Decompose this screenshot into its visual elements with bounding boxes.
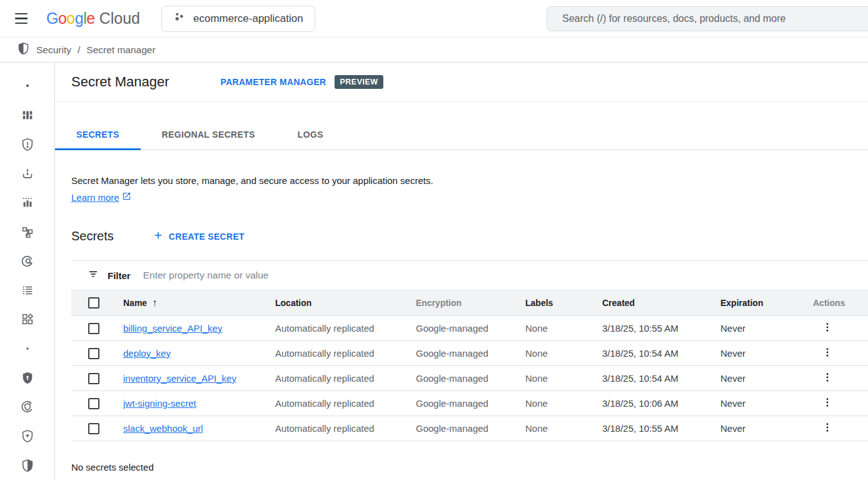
secrets-table-card: Filter Name↑ Location Encryption Labels … [71, 260, 868, 441]
selection-status-text: No secrets selected [71, 462, 868, 472]
breadcrumb-separator: / [78, 44, 80, 56]
cell-labels: None [525, 416, 602, 441]
cell-expiration: Never [720, 315, 813, 340]
hierarchy-icon[interactable] [13, 217, 43, 247]
cell-location: Automatically replicated [275, 340, 416, 365]
tab-logs[interactable]: LOGS [276, 120, 345, 150]
dot-icon[interactable] [13, 334, 43, 364]
tab-regional-secrets[interactable]: REGIONAL SECRETS [141, 120, 276, 150]
cell-labels: None [525, 315, 602, 340]
project-name: ecommerce-application [193, 13, 303, 25]
cell-labels: None [525, 365, 602, 391]
logo-letter: e [86, 9, 94, 28]
shield-lock-icon[interactable] [13, 363, 43, 392]
filter-icon [88, 268, 99, 282]
page-header: Secret Manager PARAMETER MANAGER PREVIEW [55, 63, 868, 102]
sort-ascending-icon[interactable]: ↑ [152, 297, 157, 308]
column-header-name[interactable]: Name [123, 298, 147, 308]
row-actions-menu-icon[interactable] [818, 396, 837, 411]
cell-location: Automatically replicated [275, 365, 416, 391]
shield-alert-icon[interactable] [13, 130, 43, 159]
select-all-checkbox[interactable] [88, 297, 99, 309]
secret-name-link[interactable]: deploy_key [123, 348, 171, 359]
filter-bar[interactable]: Filter [71, 261, 868, 290]
row-actions-menu-icon[interactable] [818, 421, 837, 436]
cell-expiration: Never [720, 365, 813, 391]
table-row: billing_service_API_key Automatically re… [71, 315, 868, 340]
breadcrumb-section[interactable]: Security [36, 44, 71, 56]
filter-label: Filter [108, 270, 131, 281]
cell-encryption: Google-managed [416, 416, 525, 441]
cell-encryption: Google-managed [416, 315, 525, 340]
column-header-location[interactable]: Location [275, 290, 416, 315]
learn-more-link[interactable]: Learn more [71, 191, 131, 203]
row-actions-menu-icon[interactable] [818, 320, 837, 336]
filter-input[interactable] [143, 270, 868, 281]
secrets-table: Name↑ Location Encryption Labels Created… [71, 290, 868, 441]
external-link-icon [122, 191, 131, 203]
create-secret-button[interactable]: CREATE SECRET [153, 230, 245, 243]
cell-encryption: Google-managed [416, 365, 525, 391]
description-text: Secret Manager lets you store, manage, a… [71, 175, 868, 186]
page-title: Secret Manager [71, 74, 169, 90]
search-scan-icon[interactable] [13, 247, 43, 276]
parameter-manager-link[interactable]: PARAMETER MANAGER [221, 77, 326, 87]
project-icon [173, 11, 186, 26]
cell-location: Automatically replicated [275, 315, 416, 340]
column-header-created[interactable]: Created [602, 290, 720, 315]
tab-secrets[interactable]: SECRETS [55, 120, 141, 150]
cell-location: Automatically replicated [275, 391, 416, 416]
dot-icon[interactable] [13, 71, 43, 101]
dashboard-blocks-icon[interactable] [13, 101, 43, 130]
table-header-row: Name↑ Location Encryption Labels Created… [71, 290, 868, 315]
row-actions-menu-icon[interactable] [818, 345, 837, 361]
row-checkbox[interactable] [88, 323, 99, 334]
secret-name-link[interactable]: inventory_service_API_key [123, 373, 236, 384]
secret-name-link[interactable]: slack_webhook_url [123, 423, 203, 434]
cell-location: Automatically replicated [275, 416, 416, 441]
logo-letter: o [58, 9, 66, 28]
cell-created: 3/18/25, 10:06 AM [602, 391, 720, 416]
preview-badge: PREVIEW [335, 75, 383, 89]
table-row: jwt-signing-secret Automatically replica… [71, 391, 868, 416]
left-nav-rail [0, 63, 55, 480]
column-header-expiration[interactable]: Expiration [720, 290, 813, 315]
table-row: inventory_service_API_key Automatically … [71, 365, 868, 391]
description-block: Secret Manager lets you store, manage, a… [55, 150, 868, 203]
row-checkbox[interactable] [88, 373, 99, 384]
row-checkbox[interactable] [88, 398, 99, 409]
secret-name-link[interactable]: billing_service_API_key [123, 323, 222, 334]
column-header-labels[interactable]: Labels [525, 290, 602, 315]
row-checkbox[interactable] [88, 348, 99, 359]
logo-letter: G [46, 9, 58, 28]
apps-diamond-icon[interactable] [13, 305, 43, 334]
cell-labels: None [525, 340, 602, 365]
shield-half-icon[interactable] [13, 451, 43, 480]
inbox-alert-icon[interactable] [13, 159, 43, 188]
create-secret-label: CREATE SECRET [169, 232, 245, 242]
logo-letter: o [66, 9, 74, 28]
secret-name-link[interactable]: jwt-signing-secret [123, 398, 196, 409]
menu-icon[interactable] [6, 4, 36, 34]
cell-expiration: Never [720, 391, 813, 416]
row-actions-menu-icon[interactable] [818, 370, 837, 386]
tab-bar: SECRETS REGIONAL SECRETS LOGS [55, 102, 868, 150]
learn-more-label: Learn more [71, 192, 119, 203]
cell-created: 3/18/25, 10:54 AM [602, 340, 720, 365]
row-checkbox[interactable] [88, 423, 99, 434]
global-search[interactable] [547, 6, 868, 31]
shield-circle-icon[interactable] [13, 392, 43, 422]
breadcrumb-page: Secret manager [86, 44, 155, 56]
cell-encryption: Google-managed [416, 391, 525, 416]
shield-plus-icon[interactable] [13, 422, 43, 451]
project-selector[interactable]: ecommerce-application [161, 6, 315, 32]
column-header-actions: Actions [813, 290, 868, 315]
list-icon[interactable] [13, 275, 43, 305]
cell-expiration: Never [720, 340, 813, 365]
cell-expiration: Never [720, 416, 813, 441]
cell-labels: None [525, 391, 602, 416]
search-input[interactable] [562, 13, 860, 24]
bar-chart-icon[interactable] [13, 188, 43, 218]
secrets-heading-row: Secrets CREATE SECRET [55, 229, 868, 243]
logo-cloud-text: Cloud [99, 9, 140, 28]
